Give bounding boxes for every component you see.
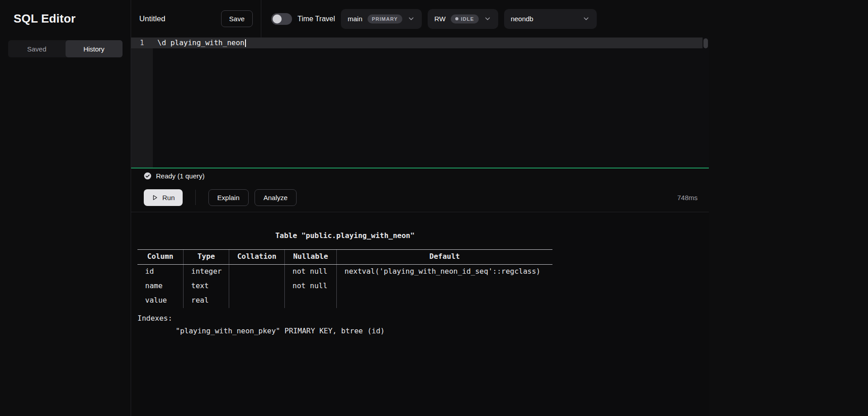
cell-nullable: not null [285,279,337,294]
play-icon [151,194,158,201]
chevron-down-icon [582,15,590,23]
analyze-button[interactable]: Analyze [255,189,297,206]
time-travel-label: Time Travel [297,15,335,23]
table-row: value real [137,294,552,308]
branch-badge-label: PRIMARY [372,16,398,22]
database-select[interactable]: neondb [504,9,597,29]
column-header: Column [137,250,184,264]
query-duration: 748ms [677,194,698,201]
cell-column: value [137,294,184,308]
branch-primary-badge: PRIMARY [368,14,402,23]
code-line[interactable]: \d playing_with_neon [157,37,246,48]
chevron-down-icon [484,15,491,23]
cell-collation [229,294,285,308]
save-button[interactable]: Save [221,10,253,27]
column-header: Nullable [285,250,337,264]
column-header: Collation [229,250,285,264]
status-text: Ready (1 query) [156,172,205,180]
scrollbar-thumb[interactable] [703,38,708,48]
result-table-title: Table "public.playing_with_neon" [137,231,552,240]
results-panel: Table "public.playing_with_neon" Column … [131,212,709,416]
chevron-down-icon [407,15,415,23]
compute-status-badge: IDLE [451,14,479,23]
explain-button[interactable]: Explain [208,189,249,206]
toggle-knob [273,14,282,23]
cell-column: id [137,265,184,279]
cell-type: text [184,279,229,294]
editor-scrollbar[interactable] [703,37,709,168]
cell-collation [229,265,285,279]
cell-default [337,294,552,308]
result-table: Column Type Collation Nullable Default i… [137,249,552,308]
cell-default: nextval('playing_with_neon_id_seq'::regc… [337,265,552,279]
query-header: Untitled Save [131,0,261,37]
cell-type: integer [184,265,229,279]
cell-default [337,279,552,294]
check-circle-icon [144,172,151,180]
cell-column: name [137,279,184,294]
run-button[interactable]: Run [144,189,183,206]
page-title: SQL Editor [0,0,131,26]
database-name: neondb [511,15,533,23]
sql-editor[interactable]: 1 \d playing_with_neon [131,37,709,168]
time-travel-group: Time Travel [271,13,335,25]
cell-nullable: not null [285,265,337,279]
table-row: name text not null [137,279,552,294]
empty-background [709,0,868,416]
branch-select[interactable]: main PRIMARY [341,9,422,29]
table-header-row: Column Type Collation Nullable Default [137,249,552,265]
line-number: 1 [131,37,153,48]
column-header: Default [337,250,552,264]
table-row: id integer not null nextval('playing_wit… [137,265,552,279]
compute-select[interactable]: RW IDLE [428,9,498,29]
code-text: \d playing_with_neon [157,38,245,47]
compute-status-label: IDLE [461,16,474,22]
status-dot-icon [455,17,458,20]
index-entry: "playing_with_neon_pkey" PRIMARY KEY, bt… [137,327,709,335]
time-travel-toggle[interactable] [271,13,292,25]
indexes-label: Indexes: [137,314,709,323]
query-name[interactable]: Untitled [139,14,165,23]
cell-collation [229,279,285,294]
branch-name: main [348,15,363,23]
divider [195,190,196,205]
topbar: Untitled Save Time Travel main PRIMARY R… [131,0,709,37]
cell-type: real [184,294,229,308]
saved-history-tabs: Saved History [8,40,123,57]
tab-history[interactable]: History [66,40,123,57]
status-bar: Ready (1 query) [131,168,709,183]
tab-saved[interactable]: Saved [8,40,66,57]
action-bar: Run Explain Analyze 748ms [131,183,709,212]
text-cursor [245,39,246,47]
main-panel: Untitled Save Time Travel main PRIMARY R… [131,0,709,416]
cell-nullable [285,294,337,308]
compute-name: RW [434,15,446,23]
column-header: Type [184,250,229,264]
editor-gutter [131,37,153,168]
run-label: Run [162,194,175,201]
sidebar: SQL Editor Saved History [0,0,131,416]
